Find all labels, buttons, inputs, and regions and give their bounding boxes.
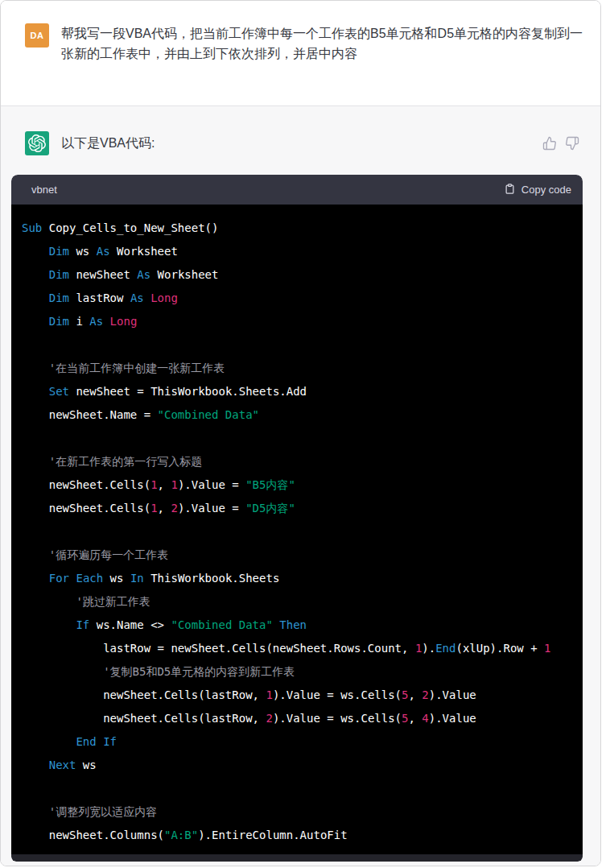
code-token: Worksheet xyxy=(150,268,218,281)
code-line xyxy=(22,427,572,450)
code-token: "Combined Data" xyxy=(171,618,272,631)
code-token: As xyxy=(97,245,110,258)
code-token: ws xyxy=(76,758,96,771)
code-block: vbnet Copy code Sub Copy_Cells_to_New_Sh… xyxy=(11,175,583,862)
code-content: Sub Copy_Cells_to_New_Sheet() Dim ws As … xyxy=(11,205,583,854)
thumbs-down-icon[interactable] xyxy=(565,136,579,151)
code-token: "Combined Data" xyxy=(158,408,259,421)
code-token: ).Value = ws.Cells( xyxy=(273,712,402,725)
code-block-header: vbnet Copy code xyxy=(11,175,583,205)
code-token: End xyxy=(76,735,96,748)
code-token: , xyxy=(408,712,422,725)
code-line: newSheet.Cells(lastRow, 2).Value = ws.Ce… xyxy=(22,707,572,730)
code-token xyxy=(22,455,49,468)
code-token: 1 xyxy=(150,502,157,515)
code-token: ws xyxy=(69,245,97,258)
copy-code-label: Copy code xyxy=(521,184,571,196)
feedback-actions xyxy=(542,136,579,151)
code-token: 2 xyxy=(266,712,272,725)
code-token: , xyxy=(158,478,171,491)
code-token: Then xyxy=(279,618,307,631)
code-token: Each xyxy=(76,572,103,585)
code-line: '在新工作表的第一行写入标题 xyxy=(22,450,572,473)
code-token xyxy=(22,315,49,328)
code-line: If ws.Name <> "Combined Data" Then xyxy=(22,614,572,637)
code-token xyxy=(22,665,103,678)
code-token: As xyxy=(130,291,144,304)
code-token: Set xyxy=(49,385,69,398)
code-line: Dim lastRow As Long xyxy=(22,287,572,310)
code-token: newSheet.Cells( xyxy=(22,502,150,515)
code-token xyxy=(22,758,49,771)
code-token: newSheet.Columns( xyxy=(22,829,164,841)
code-token: ws.Name <> xyxy=(89,618,171,631)
code-token: "B5内容" xyxy=(245,478,295,491)
code-token xyxy=(22,595,76,608)
code-line xyxy=(22,520,572,544)
code-token xyxy=(22,291,49,304)
code-token: '复制B5和D5单元格的内容到新工作表 xyxy=(103,665,295,678)
code-token: End xyxy=(435,642,455,655)
code-token: (xlUp).Row + xyxy=(455,642,544,655)
assistant-header: 以下是VBA代码: xyxy=(1,131,600,155)
code-token: i xyxy=(69,315,89,328)
code-line: '在当前工作簿中创建一张新工作表 xyxy=(22,357,572,380)
code-token: ).Value xyxy=(429,712,476,725)
code-line: newSheet.Cells(1, 2).Value = "D5内容" xyxy=(22,497,572,520)
code-line: Next ws xyxy=(22,754,572,777)
code-token xyxy=(22,618,76,631)
code-line xyxy=(22,333,572,357)
code-line: '跳过新工作表 xyxy=(22,590,572,614)
code-token: ). xyxy=(422,642,435,655)
chat-window: DA 帮我写一段VBA代码，把当前工作簿中每一个工作表的B5单元格和D5单元格的… xyxy=(0,0,601,866)
code-line: Sub Copy_Cells_to_New_Sheet() xyxy=(22,217,572,240)
code-token: Dim xyxy=(49,291,69,304)
code-token: As xyxy=(137,268,150,281)
code-token xyxy=(22,268,49,281)
code-line: '复制B5和D5单元格的内容到新工作表 xyxy=(22,660,572,684)
code-token: "A:B" xyxy=(164,829,198,841)
code-line: End If xyxy=(22,730,572,754)
code-token: lastRow = newSheet.Cells(newSheet.Rows.C… xyxy=(22,642,415,655)
code-token: ).Value = xyxy=(178,478,245,491)
code-horizontal-scrollbar[interactable] xyxy=(11,854,583,862)
code-token: ThisWorkbook.Sheets xyxy=(144,572,280,585)
code-token: Long xyxy=(110,315,138,328)
code-token: , xyxy=(158,502,171,515)
code-token: '调整列宽以适应内容 xyxy=(49,805,157,818)
code-token: As xyxy=(89,315,103,328)
code-token: 2 xyxy=(171,502,177,515)
code-token: ).EntireColumn.AutoFit xyxy=(198,829,347,841)
code-token: Dim xyxy=(49,315,69,328)
code-token: newSheet.Cells(lastRow, xyxy=(22,712,266,725)
code-token: '跳过新工作表 xyxy=(76,595,150,608)
code-line: lastRow = newSheet.Cells(newSheet.Rows.C… xyxy=(22,637,572,660)
code-token: Worksheet xyxy=(110,245,178,258)
code-token: "D5内容" xyxy=(245,502,295,515)
code-token: 4 xyxy=(422,712,428,725)
code-token: Next xyxy=(49,758,76,771)
code-token: 2 xyxy=(422,688,428,701)
code-token: Sub xyxy=(22,221,42,234)
code-token: lastRow xyxy=(69,291,130,304)
code-token: '在新工作表的第一行写入标题 xyxy=(49,455,202,468)
code-token: Copy_Cells_to_New_Sheet() xyxy=(42,221,218,234)
thumbs-up-icon[interactable] xyxy=(542,136,557,151)
code-token: Long xyxy=(150,291,178,304)
code-token xyxy=(22,572,49,585)
code-token: 1 xyxy=(150,478,157,491)
code-token: Dim xyxy=(49,268,69,281)
code-token xyxy=(22,362,49,374)
copy-code-button[interactable]: Copy code xyxy=(504,183,571,197)
assistant-message: 以下是VBA代码: vbnet xyxy=(1,105,600,866)
code-token: , xyxy=(408,688,422,701)
code-token: Dim xyxy=(49,245,69,258)
chatgpt-logo-icon xyxy=(25,131,49,155)
code-token: newSheet = ThisWorkbook.Sheets.Add xyxy=(69,385,307,398)
code-token xyxy=(144,291,150,304)
code-token: 1 xyxy=(266,688,272,701)
code-token: ws xyxy=(103,572,130,585)
code-token: ).Value = ws.Cells( xyxy=(273,688,402,701)
code-token: 1 xyxy=(171,478,177,491)
code-line: newSheet.Columns("A:B").EntireColumn.Aut… xyxy=(22,824,572,847)
